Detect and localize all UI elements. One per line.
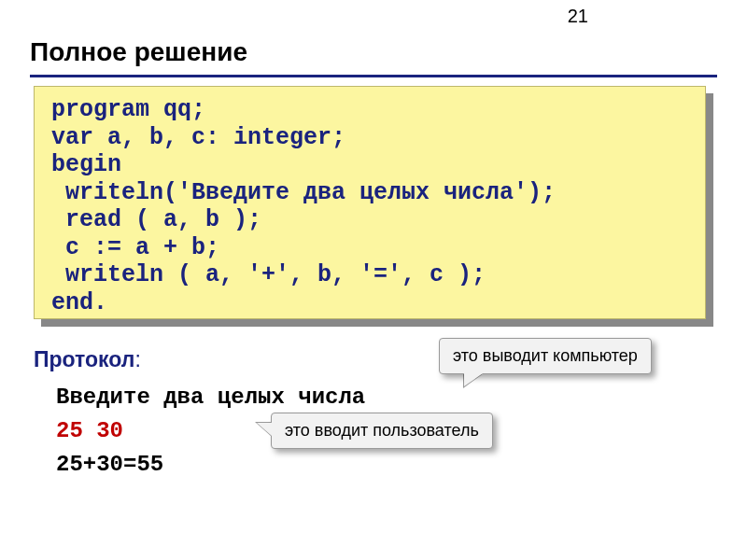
code-line: writeln ( a, '+', b, '=', c ); [51, 261, 486, 288]
protocol-label-colon: : [134, 347, 140, 371]
protocol-label-bold: Протокол [34, 347, 134, 371]
code-box: program qq; var a, b, c: integer; begin … [34, 86, 706, 319]
code-line: program qq; [51, 96, 205, 123]
callout-text: это выводит компьютер [453, 346, 638, 365]
code-line: begin [51, 151, 121, 178]
protocol-user-input-line: 25 30 [56, 418, 123, 443]
callout-tail-icon [464, 373, 483, 386]
callout-computer-output: это выводит компьютер [439, 338, 652, 374]
callout-tail-icon [257, 423, 272, 436]
callout-user-input: это вводит пользователь [271, 413, 493, 449]
callout-text: это вводит пользователь [285, 421, 479, 440]
code-line: c := a + b; [51, 234, 219, 261]
slide-title: Полное решение [30, 37, 247, 67]
code-line: var a, b, c: integer; [51, 124, 345, 151]
code-line: end. [51, 289, 107, 316]
page-number: 21 [568, 6, 588, 27]
protocol-label: Протокол: [34, 347, 141, 372]
protocol-prompt-line: Введите два целых числа [56, 385, 365, 410]
title-underline-rule [30, 75, 717, 77]
code-line: read ( a, b ); [51, 206, 261, 233]
protocol-output-line: 25+30=55 [56, 452, 163, 477]
code-line: writeln('Введите два целых числа'); [51, 179, 556, 206]
